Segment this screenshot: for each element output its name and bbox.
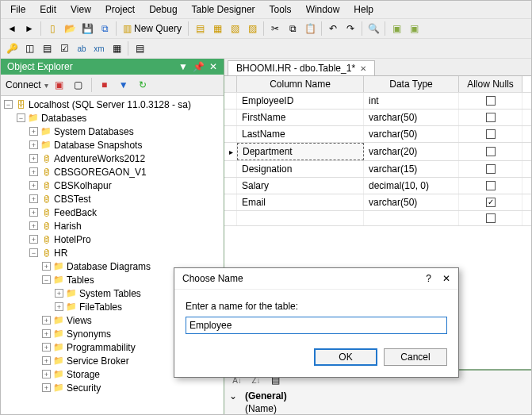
tool1-icon[interactable]: ▣	[388, 21, 404, 37]
undo-icon[interactable]: ↶	[325, 21, 341, 37]
expand-icon[interactable]: +	[29, 154, 38, 163]
expand-icon[interactable]: +	[42, 329, 51, 338]
expand-icon[interactable]: +	[29, 181, 38, 190]
stop-icon[interactable]: ■	[97, 77, 113, 93]
connect-icon[interactable]: ▣	[52, 77, 67, 93]
table-row[interactable]: LastNamevarchar(50)	[224, 126, 531, 143]
allow-nulls-checkbox[interactable]	[486, 147, 496, 156]
tree-db-cbskolhapur[interactable]: +🛢CBSKolhapur	[1, 179, 224, 192]
expand-icon[interactable]: −	[17, 113, 25, 122]
expand-icon[interactable]: +	[42, 262, 51, 271]
connect-label[interactable]: Connect	[6, 79, 41, 90]
expand-icon[interactable]: −	[42, 275, 51, 284]
tab-table-designer[interactable]: BHOOMI.HR - dbo.Table_1* ✕	[228, 60, 375, 75]
tree-db-adventureworks2012[interactable]: +🛢AdventureWorks2012	[1, 152, 224, 165]
cell-data-type[interactable]: int	[364, 93, 459, 109]
copy-icon[interactable]: ⧉	[285, 21, 300, 37]
menu-debug[interactable]: Debug	[143, 2, 183, 17]
cell-data-type[interactable]: varchar(50)	[364, 194, 459, 210]
pin-icon[interactable]: 📌	[193, 61, 205, 72]
cell-data-type[interactable]: varchar(50)	[364, 110, 459, 125]
expand-icon[interactable]: −	[29, 248, 38, 257]
close-icon[interactable]: ✕	[442, 273, 450, 284]
expand-icon[interactable]: +	[42, 316, 51, 325]
menu-view[interactable]: View	[64, 2, 98, 17]
expand-icon[interactable]: +	[29, 235, 38, 244]
expand-icon[interactable]: −	[4, 100, 13, 109]
xml-icon[interactable]: xm	[91, 40, 107, 56]
close-tab-icon[interactable]: ✕	[360, 64, 366, 73]
tree-server[interactable]: −🗄Localhost (SQL Server 11.0.3128 - sa)	[1, 98, 224, 111]
menu-window[interactable]: Window	[300, 2, 346, 17]
table-row[interactable]: ▸Departmentvarchar(20)	[224, 143, 531, 161]
db4-icon[interactable]: ▨	[244, 21, 260, 37]
rel-icon[interactable]: ◫	[21, 40, 37, 56]
cell-column-name[interactable]: FirstName	[237, 110, 364, 125]
cut-icon[interactable]: ✂	[267, 21, 283, 37]
new-query-button[interactable]: ▥New Query	[120, 21, 185, 37]
table-row[interactable]: EmployeeIDint	[224, 93, 531, 110]
tree-db-cbsgoregaon_v1[interactable]: +🛢CBSGOREGAON_V1	[1, 165, 224, 179]
menu-tools[interactable]: Tools	[263, 2, 298, 17]
expand-icon[interactable]: +	[42, 343, 51, 352]
disconnect-icon[interactable]: ▢	[71, 77, 86, 93]
script-icon[interactable]: ▤	[132, 40, 147, 56]
cell-column-name[interactable]: Salary	[237, 178, 364, 194]
back-icon[interactable]: ◄	[4, 21, 20, 37]
close-panel-icon[interactable]: ✕	[209, 61, 217, 72]
tree-databases[interactable]: −📁Databases	[1, 111, 224, 125]
expand-icon[interactable]: +	[42, 356, 51, 365]
open-icon[interactable]: 📂	[62, 21, 78, 37]
tree-sysdb[interactable]: +📁System Databases	[1, 125, 224, 138]
allow-nulls-checkbox[interactable]	[486, 129, 496, 139]
sp-icon[interactable]: ▦	[109, 40, 124, 56]
allow-nulls-checkbox[interactable]	[486, 164, 496, 174]
table-row[interactable]: Designationvarchar(15)	[224, 161, 531, 178]
menu-project[interactable]: Project	[99, 2, 141, 17]
cell-column-name[interactable]: LastName	[237, 126, 364, 142]
cell-column-name[interactable]: EmployeeID	[237, 93, 364, 109]
cell-data-type[interactable]: varchar(15)	[364, 161, 459, 177]
ok-button[interactable]: OK	[314, 348, 377, 366]
cancel-button[interactable]: Cancel	[384, 348, 447, 366]
cell-data-type[interactable]: varchar(20)	[364, 143, 459, 160]
cell-column-name[interactable]: Email	[237, 194, 364, 210]
cell-data-type[interactable]: decimal(10, 0)	[364, 178, 459, 194]
tree-security[interactable]: +📁Security	[1, 381, 224, 394]
cell-column-name[interactable]: Designation	[237, 161, 364, 177]
expand-icon[interactable]: +	[29, 194, 38, 203]
refresh-icon[interactable]: ↻	[135, 77, 151, 93]
filter-icon[interactable]: ▼	[116, 77, 132, 93]
expand-icon[interactable]: +	[29, 221, 38, 230]
tree-db-hr[interactable]: −🛢HR	[1, 246, 224, 259]
expand-icon[interactable]: +	[29, 167, 38, 176]
table-name-input[interactable]	[186, 317, 447, 334]
tree-db-cbstest[interactable]: +🛢CBSTest	[1, 192, 224, 206]
tree-db-feedback[interactable]: +🛢FeedBack	[1, 206, 224, 219]
key-icon[interactable]: 🔑	[4, 40, 20, 56]
allow-nulls-checkbox[interactable]	[486, 181, 496, 190]
expand-icon[interactable]: +	[55, 302, 63, 311]
menu-edit[interactable]: Edit	[33, 2, 63, 17]
help-icon[interactable]: ?	[426, 273, 431, 284]
table-empty-row[interactable]	[224, 211, 531, 226]
db-icon[interactable]: ▤	[192, 21, 208, 37]
allow-nulls-checkbox[interactable]	[486, 113, 496, 122]
ab-icon[interactable]: ab	[74, 40, 90, 56]
paste-icon[interactable]: 📋	[302, 21, 318, 37]
allow-nulls-checkbox[interactable]	[486, 96, 496, 106]
expand-icon[interactable]: +	[29, 127, 38, 136]
save-icon[interactable]: 💾	[79, 21, 95, 37]
menu-file[interactable]: File	[4, 2, 32, 17]
idx-icon[interactable]: ▤	[39, 40, 55, 56]
save-all-icon[interactable]: ⧉	[97, 21, 113, 37]
expand-icon[interactable]: +	[42, 370, 51, 378]
expand-icon[interactable]: +	[42, 383, 51, 392]
menu-table-designer[interactable]: Table Designer	[186, 2, 262, 17]
checkbox[interactable]	[486, 213, 496, 223]
db3-icon[interactable]: ▧	[227, 21, 243, 37]
fwd-icon[interactable]: ►	[21, 21, 37, 37]
tool2-icon[interactable]: ▣	[406, 21, 422, 37]
redo-icon[interactable]: ↷	[343, 21, 358, 37]
table-row[interactable]: FirstNamevarchar(50)	[224, 110, 531, 126]
